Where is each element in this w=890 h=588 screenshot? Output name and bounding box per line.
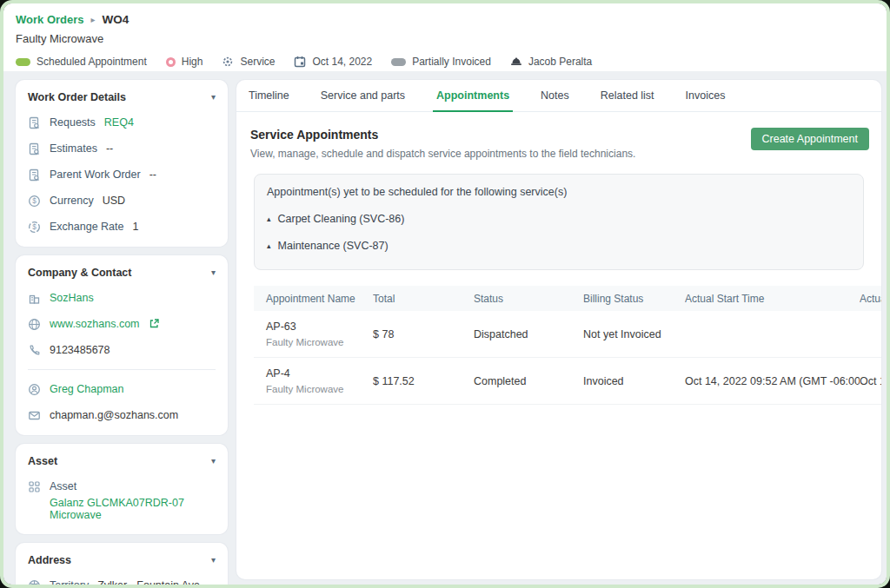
territory-globe-icon — [28, 579, 41, 585]
due-date-label: Oct 14, 2022 — [312, 56, 372, 68]
website-link[interactable]: www.sozhans.com — [50, 318, 140, 330]
total-cell: $ 78 — [373, 328, 474, 340]
estimates-value: -- — [106, 142, 113, 155]
asset-row: Asset Galanz GLCMKA07RDR-07 Microwave — [28, 480, 216, 521]
divider — [28, 369, 216, 370]
appointments-tab-panel: Service Appointments View, manage, sched… — [236, 112, 881, 405]
collapse-chevron-icon[interactable]: ▾ — [211, 268, 216, 277]
section-title: Company & Contact — [28, 267, 131, 279]
tab-appointments[interactable]: Appointments — [436, 80, 509, 111]
currency-row: $ Currency USD — [28, 195, 216, 208]
tab-invoices[interactable]: Invoices — [686, 80, 726, 111]
globe-icon — [28, 318, 41, 331]
column-header-status: Status — [474, 293, 583, 305]
column-header-billing-status: Billing Status — [583, 293, 685, 305]
service-item-label: Maintenance (SVC-87) — [278, 240, 389, 252]
collapse-chevron-icon[interactable]: ▾ — [211, 457, 216, 466]
green-status-pill-icon — [16, 58, 30, 66]
breadcrumb: Work Orders ▸ WO4 — [16, 13, 874, 26]
unscheduled-services-notice: Appointment(s) yet to be scheduled for t… — [254, 174, 864, 270]
unscheduled-service-item[interactable]: ▴ Carpet Cleaning (SVC-86) — [267, 213, 849, 225]
type-badge-label: Service — [240, 56, 275, 68]
asset-card: Asset ▾ Asset Galanz GLCMKA07RDR-07 Micr… — [16, 444, 228, 534]
breadcrumb-arrow-icon: ▸ — [91, 15, 96, 24]
requests-label: Requests — [50, 116, 96, 129]
work-order-subject: Faulty Microwave — [16, 32, 874, 45]
breadcrumb-work-orders-link[interactable]: Work Orders — [16, 13, 84, 26]
external-link-icon[interactable] — [149, 318, 160, 329]
actual-end-cell: Oct 14, 2022 — [860, 375, 881, 387]
request-doc-icon — [28, 116, 41, 129]
phone-row: 9123485678 — [28, 344, 216, 357]
column-header-total: Total — [373, 293, 474, 305]
contact-name-link[interactable]: Greg Chapman — [50, 383, 123, 395]
appointment-name-cell[interactable]: AP-63 Faulty Microwave — [254, 320, 373, 347]
tab-related-list[interactable]: Related list — [601, 80, 654, 111]
details-sidebar: Work Order Details ▾ Requests REQ4 Estim… — [16, 80, 228, 579]
estimates-row: Estimates -- — [28, 142, 216, 155]
actual-start-cell: Oct 14, 2022 09:52 AM (GMT -06:00) — [685, 375, 860, 387]
appointment-name[interactable]: AP-4 — [266, 367, 373, 380]
tab-notes[interactable]: Notes — [541, 80, 569, 111]
appointment-name[interactable]: AP-63 — [266, 320, 373, 333]
territory-row: Territory Zylker - Fountain Ave — [28, 579, 216, 585]
unscheduled-service-item[interactable]: ▴ Maintenance (SVC-87) — [267, 240, 849, 252]
parent-work-order-value: -- — [149, 168, 156, 181]
currency-label: Currency — [50, 195, 94, 207]
collapse-chevron-icon[interactable]: ▾ — [211, 93, 216, 102]
asset-value-link[interactable]: Galanz GLCMKA07RDR-07 Microwave — [50, 497, 216, 521]
app-window: Work Orders ▸ WO4 Faulty Microwave Sched… — [0, 0, 890, 588]
appointment-name-cell[interactable]: AP-4 Faulty Microwave — [254, 367, 373, 394]
technician-badge: Jacob Peralta — [510, 56, 592, 68]
estimates-label: Estimates — [50, 142, 97, 155]
status-badge-label: Scheduled Appointment — [37, 56, 147, 68]
email-icon — [28, 409, 41, 422]
email-row: chapman.g@sozhans.com — [28, 409, 216, 422]
notice-title: Appointment(s) yet to be scheduled for t… — [267, 186, 849, 198]
appointments-table: Appointment Name Total Status Billing St… — [254, 286, 881, 405]
hard-hat-icon — [510, 56, 522, 68]
breadcrumb-current-id: WO4 — [103, 13, 130, 26]
tab-service-and-parts[interactable]: Service and parts — [321, 80, 405, 111]
priority-badge: High — [166, 56, 203, 68]
triangle-bullet-icon: ▴ — [267, 241, 271, 250]
contact-person-icon — [28, 383, 41, 396]
table-row[interactable]: AP-4 Faulty Microwave $ 117.52 Completed… — [254, 358, 881, 405]
asset-grid-icon — [28, 480, 41, 493]
company-name-link[interactable]: SozHans — [50, 292, 94, 304]
status-cell: Completed — [474, 375, 583, 387]
email-address: chapman.g@sozhans.com — [50, 409, 178, 421]
service-item-label: Carpet Cleaning (SVC-86) — [278, 213, 405, 225]
create-appointment-button[interactable]: Create Appointment — [751, 128, 870, 150]
svg-text:$: $ — [32, 197, 37, 205]
type-badge: Service — [222, 56, 275, 68]
billing-status-cell: Not yet Invoiced — [583, 328, 685, 340]
company-row: SozHans — [28, 292, 216, 305]
status-badge: Scheduled Appointment — [16, 56, 147, 68]
gear-icon — [222, 56, 234, 68]
column-header-actual-start-time: Actual Start Time — [685, 293, 860, 305]
page-header: Work Orders ▸ WO4 Faulty Microwave Sched… — [3, 3, 887, 71]
currency-value: USD — [103, 195, 125, 207]
address-card: Address ▾ Territory Zylker - Fountain Av… — [16, 543, 228, 585]
currency-icon: $ — [28, 195, 41, 208]
requests-value-link[interactable]: REQ4 — [104, 116, 134, 129]
due-date-badge: Oct 14, 2022 — [294, 56, 372, 68]
appointment-subject: Faulty Microwave — [266, 337, 373, 347]
table-row[interactable]: AP-63 Faulty Microwave $ 78 Dispatched N… — [254, 311, 881, 358]
work-order-page: Work Orders ▸ WO4 Faulty Microwave Sched… — [3, 3, 887, 585]
estimate-doc-icon — [28, 142, 41, 155]
tab-timeline[interactable]: Timeline — [249, 80, 289, 111]
main-panel: Timeline Service and parts Appointments … — [236, 80, 881, 579]
work-order-details-card: Work Order Details ▾ Requests REQ4 Estim… — [16, 80, 228, 247]
tab-bar: Timeline Service and parts Appointments … — [236, 80, 881, 112]
collapse-chevron-icon[interactable]: ▾ — [211, 556, 216, 565]
section-title: Asset — [28, 455, 57, 467]
website-row: www.sozhans.com — [28, 318, 216, 331]
appointment-subject: Faulty Microwave — [266, 384, 373, 394]
exchange-rate-icon: $ — [28, 221, 41, 234]
parent-work-order-label: Parent Work Order — [50, 168, 141, 181]
table-header-row: Appointment Name Total Status Billing St… — [254, 286, 881, 311]
column-header-appointment-name: Appointment Name — [254, 293, 373, 305]
company-contact-card: Company & Contact ▾ SozHans www.sozhans.… — [16, 255, 228, 435]
